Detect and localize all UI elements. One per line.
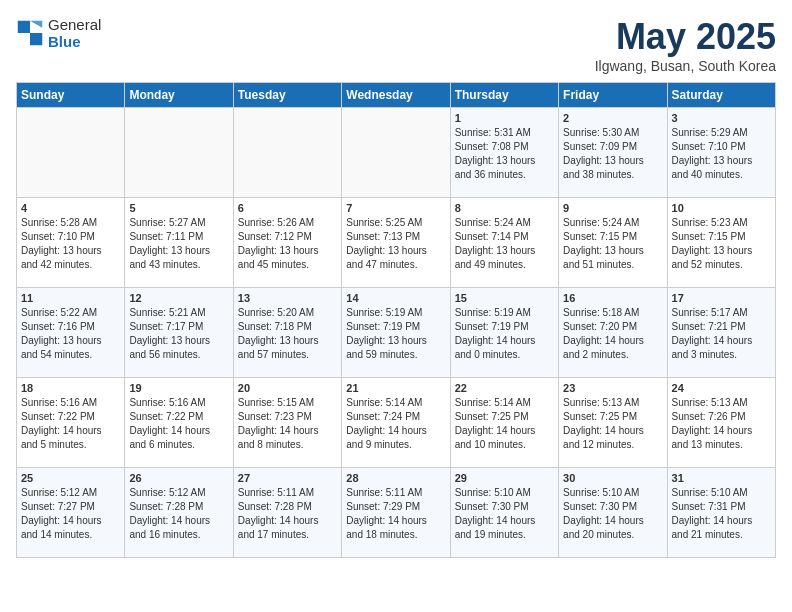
calendar-week-1: 1Sunrise: 5:31 AMSunset: 7:08 PMDaylight… bbox=[17, 108, 776, 198]
day-number: 27 bbox=[238, 472, 337, 484]
day-info: Sunrise: 5:15 AMSunset: 7:23 PMDaylight:… bbox=[238, 396, 337, 452]
day-info: Sunrise: 5:19 AMSunset: 7:19 PMDaylight:… bbox=[346, 306, 445, 362]
calendar-cell: 7Sunrise: 5:25 AMSunset: 7:13 PMDaylight… bbox=[342, 198, 450, 288]
day-number: 8 bbox=[455, 202, 554, 214]
location: Ilgwang, Busan, South Korea bbox=[595, 58, 776, 74]
day-number: 10 bbox=[672, 202, 771, 214]
day-number: 24 bbox=[672, 382, 771, 394]
day-info: Sunrise: 5:10 AMSunset: 7:30 PMDaylight:… bbox=[455, 486, 554, 542]
day-number: 29 bbox=[455, 472, 554, 484]
day-info: Sunrise: 5:21 AMSunset: 7:17 PMDaylight:… bbox=[129, 306, 228, 362]
calendar-cell: 6Sunrise: 5:26 AMSunset: 7:12 PMDaylight… bbox=[233, 198, 341, 288]
day-info: Sunrise: 5:26 AMSunset: 7:12 PMDaylight:… bbox=[238, 216, 337, 272]
logo: General Blue bbox=[16, 16, 101, 50]
title-block: May 2025 Ilgwang, Busan, South Korea bbox=[595, 16, 776, 74]
calendar-cell bbox=[17, 108, 125, 198]
logo-general: General bbox=[48, 16, 101, 33]
calendar-cell: 13Sunrise: 5:20 AMSunset: 7:18 PMDayligh… bbox=[233, 288, 341, 378]
month-title: May 2025 bbox=[595, 16, 776, 58]
day-number: 12 bbox=[129, 292, 228, 304]
day-number: 26 bbox=[129, 472, 228, 484]
weekday-header-friday: Friday bbox=[559, 83, 667, 108]
day-info: Sunrise: 5:14 AMSunset: 7:25 PMDaylight:… bbox=[455, 396, 554, 452]
weekday-header-tuesday: Tuesday bbox=[233, 83, 341, 108]
day-number: 14 bbox=[346, 292, 445, 304]
calendar-cell: 30Sunrise: 5:10 AMSunset: 7:30 PMDayligh… bbox=[559, 468, 667, 558]
day-info: Sunrise: 5:24 AMSunset: 7:15 PMDaylight:… bbox=[563, 216, 662, 272]
weekday-header-wednesday: Wednesday bbox=[342, 83, 450, 108]
calendar-cell: 19Sunrise: 5:16 AMSunset: 7:22 PMDayligh… bbox=[125, 378, 233, 468]
weekday-header-row: SundayMondayTuesdayWednesdayThursdayFrid… bbox=[17, 83, 776, 108]
svg-rect-2 bbox=[30, 33, 42, 45]
weekday-header-saturday: Saturday bbox=[667, 83, 775, 108]
calendar-cell: 15Sunrise: 5:19 AMSunset: 7:19 PMDayligh… bbox=[450, 288, 558, 378]
calendar-cell: 27Sunrise: 5:11 AMSunset: 7:28 PMDayligh… bbox=[233, 468, 341, 558]
calendar-cell: 5Sunrise: 5:27 AMSunset: 7:11 PMDaylight… bbox=[125, 198, 233, 288]
calendar-cell: 9Sunrise: 5:24 AMSunset: 7:15 PMDaylight… bbox=[559, 198, 667, 288]
day-info: Sunrise: 5:12 AMSunset: 7:27 PMDaylight:… bbox=[21, 486, 120, 542]
calendar-cell: 26Sunrise: 5:12 AMSunset: 7:28 PMDayligh… bbox=[125, 468, 233, 558]
calendar-cell: 2Sunrise: 5:30 AMSunset: 7:09 PMDaylight… bbox=[559, 108, 667, 198]
day-number: 21 bbox=[346, 382, 445, 394]
calendar-week-2: 4Sunrise: 5:28 AMSunset: 7:10 PMDaylight… bbox=[17, 198, 776, 288]
day-number: 23 bbox=[563, 382, 662, 394]
day-number: 16 bbox=[563, 292, 662, 304]
calendar-cell: 31Sunrise: 5:10 AMSunset: 7:31 PMDayligh… bbox=[667, 468, 775, 558]
day-number: 3 bbox=[672, 112, 771, 124]
calendar-week-3: 11Sunrise: 5:22 AMSunset: 7:16 PMDayligh… bbox=[17, 288, 776, 378]
day-info: Sunrise: 5:11 AMSunset: 7:28 PMDaylight:… bbox=[238, 486, 337, 542]
day-info: Sunrise: 5:28 AMSunset: 7:10 PMDaylight:… bbox=[21, 216, 120, 272]
day-info: Sunrise: 5:24 AMSunset: 7:14 PMDaylight:… bbox=[455, 216, 554, 272]
day-info: Sunrise: 5:14 AMSunset: 7:24 PMDaylight:… bbox=[346, 396, 445, 452]
day-info: Sunrise: 5:31 AMSunset: 7:08 PMDaylight:… bbox=[455, 126, 554, 182]
day-number: 15 bbox=[455, 292, 554, 304]
calendar-cell bbox=[125, 108, 233, 198]
calendar-cell: 1Sunrise: 5:31 AMSunset: 7:08 PMDaylight… bbox=[450, 108, 558, 198]
weekday-header-thursday: Thursday bbox=[450, 83, 558, 108]
day-info: Sunrise: 5:10 AMSunset: 7:30 PMDaylight:… bbox=[563, 486, 662, 542]
day-number: 2 bbox=[563, 112, 662, 124]
day-number: 6 bbox=[238, 202, 337, 214]
calendar-table: SundayMondayTuesdayWednesdayThursdayFrid… bbox=[16, 82, 776, 558]
calendar-cell: 23Sunrise: 5:13 AMSunset: 7:25 PMDayligh… bbox=[559, 378, 667, 468]
calendar-week-5: 25Sunrise: 5:12 AMSunset: 7:27 PMDayligh… bbox=[17, 468, 776, 558]
calendar-cell: 12Sunrise: 5:21 AMSunset: 7:17 PMDayligh… bbox=[125, 288, 233, 378]
day-info: Sunrise: 5:30 AMSunset: 7:09 PMDaylight:… bbox=[563, 126, 662, 182]
day-number: 4 bbox=[21, 202, 120, 214]
calendar-cell: 24Sunrise: 5:13 AMSunset: 7:26 PMDayligh… bbox=[667, 378, 775, 468]
day-info: Sunrise: 5:23 AMSunset: 7:15 PMDaylight:… bbox=[672, 216, 771, 272]
day-number: 30 bbox=[563, 472, 662, 484]
day-info: Sunrise: 5:27 AMSunset: 7:11 PMDaylight:… bbox=[129, 216, 228, 272]
calendar-cell: 8Sunrise: 5:24 AMSunset: 7:14 PMDaylight… bbox=[450, 198, 558, 288]
day-info: Sunrise: 5:11 AMSunset: 7:29 PMDaylight:… bbox=[346, 486, 445, 542]
calendar-cell: 18Sunrise: 5:16 AMSunset: 7:22 PMDayligh… bbox=[17, 378, 125, 468]
calendar-cell: 3Sunrise: 5:29 AMSunset: 7:10 PMDaylight… bbox=[667, 108, 775, 198]
day-number: 22 bbox=[455, 382, 554, 394]
page-header: General Blue May 2025 Ilgwang, Busan, So… bbox=[16, 16, 776, 74]
day-number: 11 bbox=[21, 292, 120, 304]
day-number: 18 bbox=[21, 382, 120, 394]
weekday-header-sunday: Sunday bbox=[17, 83, 125, 108]
calendar-cell: 14Sunrise: 5:19 AMSunset: 7:19 PMDayligh… bbox=[342, 288, 450, 378]
day-number: 5 bbox=[129, 202, 228, 214]
calendar-cell bbox=[342, 108, 450, 198]
day-number: 17 bbox=[672, 292, 771, 304]
calendar-cell: 16Sunrise: 5:18 AMSunset: 7:20 PMDayligh… bbox=[559, 288, 667, 378]
calendar-cell: 21Sunrise: 5:14 AMSunset: 7:24 PMDayligh… bbox=[342, 378, 450, 468]
logo-icon bbox=[16, 19, 44, 47]
day-info: Sunrise: 5:12 AMSunset: 7:28 PMDaylight:… bbox=[129, 486, 228, 542]
day-info: Sunrise: 5:10 AMSunset: 7:31 PMDaylight:… bbox=[672, 486, 771, 542]
day-info: Sunrise: 5:17 AMSunset: 7:21 PMDaylight:… bbox=[672, 306, 771, 362]
day-number: 28 bbox=[346, 472, 445, 484]
day-number: 7 bbox=[346, 202, 445, 214]
calendar-cell bbox=[233, 108, 341, 198]
day-info: Sunrise: 5:25 AMSunset: 7:13 PMDaylight:… bbox=[346, 216, 445, 272]
day-info: Sunrise: 5:19 AMSunset: 7:19 PMDaylight:… bbox=[455, 306, 554, 362]
calendar-week-4: 18Sunrise: 5:16 AMSunset: 7:22 PMDayligh… bbox=[17, 378, 776, 468]
day-number: 19 bbox=[129, 382, 228, 394]
day-info: Sunrise: 5:22 AMSunset: 7:16 PMDaylight:… bbox=[21, 306, 120, 362]
calendar-cell: 4Sunrise: 5:28 AMSunset: 7:10 PMDaylight… bbox=[17, 198, 125, 288]
calendar-cell: 10Sunrise: 5:23 AMSunset: 7:15 PMDayligh… bbox=[667, 198, 775, 288]
calendar-cell: 29Sunrise: 5:10 AMSunset: 7:30 PMDayligh… bbox=[450, 468, 558, 558]
day-info: Sunrise: 5:18 AMSunset: 7:20 PMDaylight:… bbox=[563, 306, 662, 362]
